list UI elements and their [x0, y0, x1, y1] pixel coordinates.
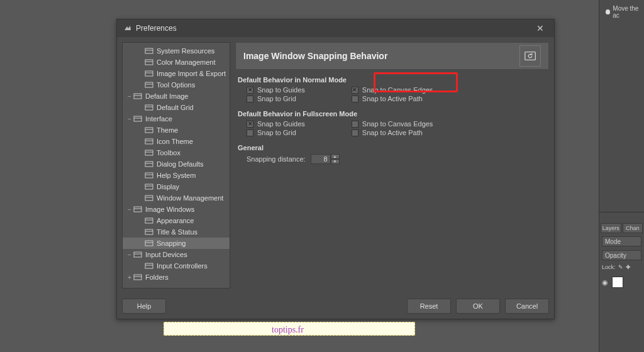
brush-icon[interactable]: ✎ — [618, 264, 623, 270]
spinner-up[interactable]: ▲ — [331, 154, 340, 159]
tree-item-input-controllers[interactable]: Input Controllers — [123, 260, 230, 272]
checkbox-icon[interactable] — [247, 87, 253, 94]
svg-rect-12 — [134, 116, 142, 121]
tab-channels[interactable]: Chan — [623, 223, 643, 233]
category-tree[interactable]: System ResourcesColor ManagementImage Im… — [122, 42, 230, 289]
checkbox-icon[interactable] — [247, 121, 253, 128]
normal-check-snap-to-guides[interactable]: Snap to Guides — [247, 86, 305, 94]
tree-node-icon — [133, 92, 143, 101]
tree-item-default-grid[interactable]: Default Grid — [123, 102, 230, 113]
svg-rect-42 — [525, 52, 536, 60]
tree-item-window-management[interactable]: Window Management — [123, 192, 230, 204]
svg-rect-38 — [145, 263, 153, 268]
cancel-button[interactable]: Cancel — [505, 299, 549, 314]
svg-rect-24 — [145, 184, 153, 189]
expander-icon[interactable]: + — [126, 274, 133, 281]
tree-item-appearance[interactable]: Appearance — [123, 215, 230, 226]
radio-dot-icon[interactable] — [606, 9, 610, 14]
checkbox-icon[interactable] — [247, 96, 253, 102]
tab-layers[interactable]: Layers — [601, 223, 621, 233]
tree-item-image-import-export[interactable]: Image Import & Export — [123, 68, 230, 79]
tree-item-toolbox[interactable]: Toolbox — [123, 147, 230, 158]
plus-icon[interactable]: ✚ — [626, 264, 631, 270]
tree-item-color-management[interactable]: Color Management — [123, 57, 230, 68]
tree-node-icon — [144, 103, 154, 112]
checkbox-icon[interactable] — [247, 129, 253, 136]
expander-icon[interactable]: − — [126, 251, 133, 258]
tree-item-label: Display — [157, 183, 179, 190]
tree-node-icon — [133, 250, 143, 259]
svg-rect-22 — [145, 173, 153, 178]
right-dock: Move the ac Layers Chan Mode Opacity Loc… — [599, 0, 644, 352]
tree-node-icon — [144, 126, 154, 135]
tree-item-interface[interactable]: −Interface — [123, 113, 230, 124]
panel-title: Image Window Snapping Behavior — [243, 51, 519, 61]
tree-item-theme[interactable]: Theme — [123, 124, 230, 136]
svg-rect-40 — [134, 275, 142, 280]
tree-node-icon — [133, 114, 143, 123]
opacity-field[interactable]: Opacity — [602, 250, 641, 260]
tree-item-label: Folders — [145, 273, 169, 281]
spinner-down[interactable]: ▼ — [331, 159, 340, 164]
checkbox-icon[interactable] — [352, 129, 358, 136]
normal-check-snap-to-canvas-edges[interactable]: Snap to Canvas Edges — [352, 86, 433, 94]
tree-node-icon — [144, 148, 154, 157]
tree-item-snapping[interactable]: Snapping — [123, 238, 230, 249]
reset-button[interactable]: Reset — [407, 299, 451, 314]
layer-row[interactable]: ◉ — [602, 277, 644, 288]
normal-check-snap-to-grid[interactable]: Snap to Grid — [247, 95, 305, 102]
mode-field[interactable]: Mode — [602, 236, 641, 246]
watermark-text: toptips.fr — [272, 325, 304, 335]
tree-item-icon-theme[interactable]: Icon Theme — [123, 136, 230, 147]
tree-item-label: Help System — [157, 172, 196, 179]
eye-icon[interactable]: ◉ — [602, 278, 608, 287]
checkbox-label: Snap to Guides — [257, 120, 305, 128]
tree-item-system-resources[interactable]: System Resources — [123, 45, 230, 57]
tree-item-tool-options[interactable]: Tool Options — [123, 79, 230, 91]
svg-rect-28 — [134, 207, 142, 212]
tree-item-help-system[interactable]: Help System — [123, 170, 230, 181]
layer-thumbnail[interactable] — [612, 277, 623, 288]
tree-node-icon — [144, 171, 154, 180]
tree-item-label: Input Devices — [145, 251, 187, 258]
expander-icon[interactable]: − — [126, 206, 133, 213]
expander-icon[interactable]: − — [126, 116, 133, 123]
checkbox-icon[interactable] — [352, 121, 358, 128]
fullscreen-check-snap-to-guides[interactable]: Snap to Guides — [247, 120, 305, 128]
tree-node-icon — [144, 47, 154, 55]
tree-item-default-image[interactable]: −Default Image — [123, 91, 230, 102]
help-button[interactable]: Help — [122, 299, 166, 314]
tree-item-label: Tool Options — [157, 81, 195, 89]
fullscreen-check-snap-to-active-path[interactable]: Snap to Active Path — [352, 129, 433, 136]
tree-item-input-devices[interactable]: −Input Devices — [123, 249, 230, 260]
checkbox-label: Snap to Grid — [257, 95, 296, 102]
tree-item-display[interactable]: Display — [123, 181, 230, 192]
svg-rect-8 — [134, 94, 142, 99]
tree-item-title-status[interactable]: Title & Status — [123, 226, 230, 238]
checkbox-icon[interactable] — [352, 96, 358, 102]
titlebar: Preferences ✕ — [117, 19, 554, 37]
tree-item-folders[interactable]: +Folders — [123, 272, 230, 283]
tree-item-label: Appearance — [157, 217, 194, 224]
fullscreen-check-snap-to-canvas-edges[interactable]: Snap to Canvas Edges — [352, 120, 433, 128]
reset-panel-icon[interactable] — [519, 45, 541, 67]
checkbox-icon[interactable] — [352, 87, 358, 94]
normal-check-snap-to-active-path[interactable]: Snap to Active Path — [352, 95, 433, 102]
snapping-distance-spinner[interactable]: ▲ ▼ — [311, 154, 340, 164]
tree-item-image-windows[interactable]: −Image Windows — [123, 204, 230, 215]
tree-node-icon — [144, 216, 154, 225]
snapping-distance-label: Snapping distance: — [247, 155, 306, 163]
close-button[interactable]: ✕ — [533, 23, 548, 33]
snapping-distance-input[interactable] — [311, 154, 331, 164]
tree-item-dialog-defaults[interactable]: Dialog Defaults — [123, 158, 230, 170]
tree-node-icon — [144, 239, 154, 248]
tree-node-icon — [144, 194, 154, 202]
tree-item-label: Default Image — [145, 92, 188, 100]
dialog-title: Preferences — [136, 24, 177, 33]
fullscreen-check-snap-to-grid[interactable]: Snap to Grid — [247, 129, 305, 136]
tree-item-label: Dialog Defaults — [157, 160, 204, 168]
expander-icon[interactable]: − — [126, 93, 133, 100]
dock-separator — [599, 212, 644, 212]
ok-button[interactable]: OK — [456, 299, 500, 314]
section-fullscreen-title: Default Behavior in Fullscreen Mode — [238, 110, 547, 118]
